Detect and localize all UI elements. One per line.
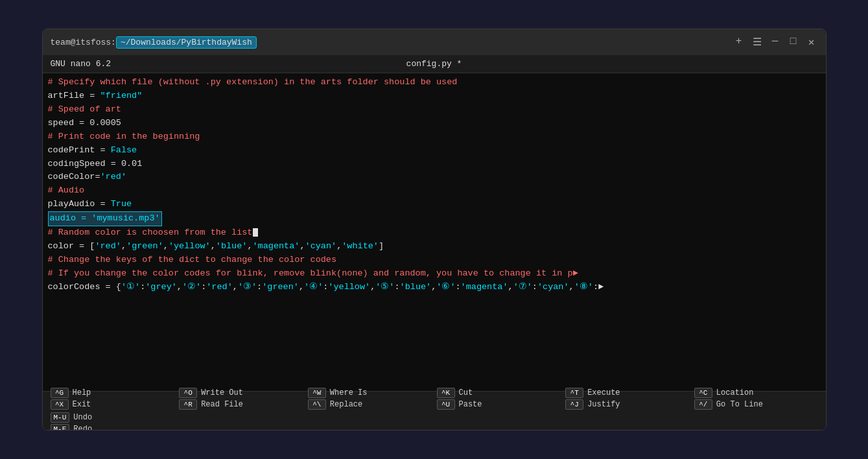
label-execute: Execute bbox=[587, 388, 620, 397]
shortcut-write-out: ^O Write Out bbox=[179, 388, 303, 398]
maximize-btn[interactable]: □ bbox=[787, 36, 800, 49]
shortcut-group-location-goto: ^C Location ^/ Go To Line bbox=[692, 386, 821, 411]
label-justify: Justify bbox=[587, 400, 620, 409]
line-5: # Print code in the beginning bbox=[48, 130, 821, 144]
line-16: colorCodes = {'①':'grey','②':'red','③':'… bbox=[48, 281, 821, 294]
shortcut-redo: M-E Redo bbox=[51, 424, 174, 431]
file-name: config.py * bbox=[406, 59, 462, 69]
key-ctrl-r: ^R bbox=[179, 399, 197, 410]
label-cut: Cut bbox=[459, 388, 473, 397]
empty-area bbox=[43, 352, 826, 391]
shortcut-undo: M-U Undo bbox=[51, 412, 174, 423]
label-undo: Undo bbox=[73, 413, 92, 422]
line-4: speed = 0.0005 bbox=[48, 117, 821, 130]
shortcut-replace: ^\ Replace bbox=[308, 399, 432, 410]
key-meta-u: M-U bbox=[51, 412, 70, 423]
shortcut-group-cut-paste: ^K Cut ^U Paste bbox=[434, 386, 563, 411]
key-ctrl-w: ^W bbox=[308, 388, 326, 398]
key-ctrl-x: ^X bbox=[51, 399, 69, 410]
label-location: Location bbox=[716, 388, 754, 397]
titlebar-user: team@itsfoss: bbox=[51, 38, 116, 47]
shortcut-goto-line: ^/ Go To Line bbox=[694, 399, 818, 410]
menu-btn[interactable]: ☰ bbox=[751, 36, 764, 49]
line-13: color = ['red','green','yellow','blue','… bbox=[48, 240, 821, 253]
line-7: codingSpeed = 0.01 bbox=[48, 158, 821, 171]
editor-body[interactable]: # Specify which file (without .py extens… bbox=[43, 73, 826, 352]
label-replace: Replace bbox=[330, 400, 362, 409]
line-10: playAudio = True bbox=[48, 198, 821, 211]
line-12: # Random color is choosen from the list bbox=[48, 226, 821, 240]
line-14: # Change the keys of the dict to change … bbox=[48, 253, 821, 267]
shortcut-group-undo-redo: M-U Undo M-E Redo bbox=[48, 411, 177, 431]
shortcut-help: ^G Help bbox=[51, 388, 174, 398]
shortcut-group-write-read: ^O Write Out ^R Read File bbox=[176, 386, 305, 411]
label-redo: Redo bbox=[73, 425, 92, 431]
key-ctrl-j: ^J bbox=[565, 399, 583, 410]
shortcut-exit: ^X Exit bbox=[51, 399, 174, 410]
line-6: codePrint = False bbox=[48, 144, 821, 158]
label-help: Help bbox=[73, 388, 91, 397]
line-3: # Speed of art bbox=[48, 103, 821, 117]
key-ctrl-t: ^T bbox=[565, 388, 583, 398]
terminal-window: team@itsfoss:~/Downloads/PyBirthdayWish … bbox=[42, 29, 827, 430]
close-btn[interactable]: ✕ bbox=[805, 36, 818, 49]
new-tab-btn[interactable]: + bbox=[733, 36, 745, 49]
key-ctrl-k: ^K bbox=[437, 388, 455, 398]
window-controls: + ☰ ─ □ ✕ bbox=[733, 36, 818, 49]
shortcuts-bar: ^G Help ^X Exit ^O Write Out ^R Read Fil… bbox=[43, 391, 826, 430]
label-goto-line: Go To Line bbox=[716, 400, 763, 409]
key-ctrl-g: ^G bbox=[51, 388, 69, 398]
line-11: audio = 'mymusic.mp3' bbox=[48, 211, 821, 226]
line-15: # If you change the color codes for blin… bbox=[48, 267, 821, 281]
line-2: artFile = "friend" bbox=[48, 89, 821, 103]
key-meta-e: M-E bbox=[51, 424, 70, 431]
line-9: # Audio bbox=[48, 184, 821, 198]
key-ctrl-c: ^C bbox=[694, 388, 712, 398]
shortcut-execute: ^T Execute bbox=[565, 388, 689, 398]
key-ctrl-o: ^O bbox=[179, 388, 197, 398]
shortcuts-grid: ^G Help ^X Exit ^O Write Out ^R Read Fil… bbox=[48, 386, 821, 431]
shortcut-cut: ^K Cut bbox=[437, 388, 561, 398]
line-1: # Specify which file (without .py extens… bbox=[48, 76, 821, 89]
key-ctrl-u: ^U bbox=[437, 399, 455, 410]
label-write-out: Write Out bbox=[201, 388, 243, 397]
label-exit: Exit bbox=[73, 400, 91, 409]
shortcut-justify: ^J Justify bbox=[565, 399, 689, 410]
nano-version: GNU nano 6.2 bbox=[51, 59, 111, 69]
shortcut-group-exec-justify: ^T Execute ^J Justify bbox=[563, 386, 692, 411]
key-ctrl-backslash: ^\ bbox=[308, 399, 326, 410]
highlighted-line: audio = 'mymusic.mp3' bbox=[48, 211, 162, 226]
shortcut-location: ^C Location bbox=[694, 388, 818, 398]
shortcut-group-help-exit: ^G Help ^X Exit bbox=[48, 386, 177, 411]
label-read-file: Read File bbox=[201, 400, 243, 409]
editor-header: GNU nano 6.2 config.py * bbox=[43, 55, 826, 73]
shortcut-read-file: ^R Read File bbox=[179, 399, 303, 410]
titlebar-path: ~/Downloads/PyBirthdayWish bbox=[116, 36, 257, 49]
key-ctrl-slash: ^/ bbox=[694, 399, 712, 410]
label-where-is: Where Is bbox=[330, 388, 368, 397]
shortcut-where-is: ^W Where Is bbox=[308, 388, 432, 398]
shortcut-paste: ^U Paste bbox=[437, 399, 561, 410]
label-paste: Paste bbox=[459, 400, 482, 409]
minimize-btn[interactable]: ─ bbox=[769, 36, 782, 49]
line-8: codeColor='red' bbox=[48, 171, 821, 184]
shortcut-group-where-replace: ^W Where Is ^\ Replace bbox=[305, 386, 434, 411]
titlebar: team@itsfoss:~/Downloads/PyBirthdayWish … bbox=[43, 29, 826, 55]
